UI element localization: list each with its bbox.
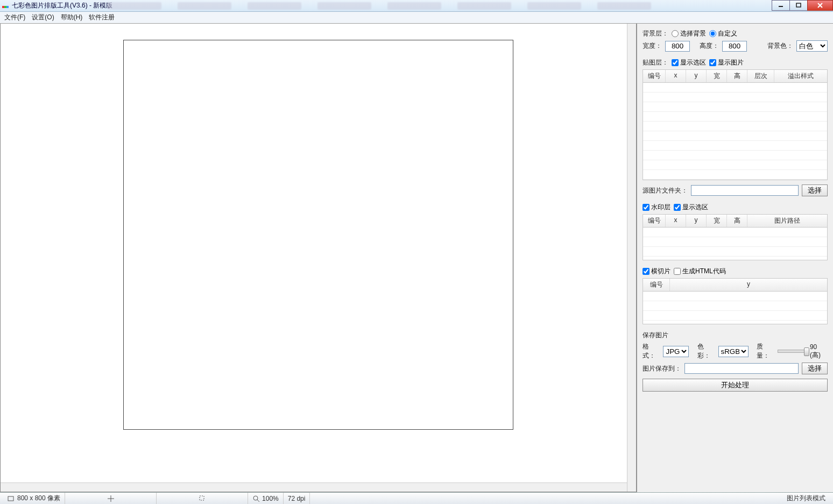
- format-label: 格式：: [643, 342, 660, 360]
- status-dpi: 72 dpi: [288, 495, 306, 502]
- watermark-table[interactable]: 编号 x y 宽 高 图片路径: [643, 214, 828, 260]
- start-process-button[interactable]: 开始处理: [643, 379, 828, 392]
- menu-bar: 文件(F) 设置(O) 帮助(H) 软件注册: [0, 12, 833, 24]
- width-input[interactable]: [665, 41, 690, 52]
- paste-layer-section: 贴图层： 显示选区 显示图片 编号 x y 宽 高 层次 溢出样式: [643, 58, 828, 196]
- svg-point-8: [253, 496, 258, 500]
- quality-label: 质量：: [757, 342, 774, 360]
- quality-value: 90 (高): [810, 343, 828, 360]
- color-label: 色彩：: [697, 342, 715, 360]
- quality-slider[interactable]: [778, 350, 807, 353]
- hcut-section: 横切片 生成HTML代码 编号 y: [643, 267, 828, 324]
- radio-custom[interactable]: 自定义: [709, 29, 737, 38]
- bg-layer-label: 背景层：: [643, 29, 668, 38]
- show-image-checkbox[interactable]: 显示图片: [709, 58, 744, 67]
- svg-rect-4: [8, 496, 13, 501]
- status-bar: 800 x 800 像素 100% 72 dpi 图片列表模式: [0, 492, 833, 504]
- save-image-title: 保存图片: [643, 331, 668, 340]
- menu-help[interactable]: 帮助(H): [61, 13, 83, 22]
- canvas-area: [0, 24, 637, 492]
- gen-html-checkbox[interactable]: 生成HTML代码: [674, 267, 726, 276]
- paste-layer-label: 贴图层：: [643, 58, 668, 67]
- zoom-icon: [252, 495, 260, 502]
- vertical-scrollbar[interactable]: [627, 24, 636, 492]
- app-icon: [2, 2, 10, 10]
- title-bar: 七彩色图片排版工具(V3.6) - 新模版: [0, 0, 833, 12]
- background-layer-section: 背景层： 选择背景 自定义 宽度： 高度： 背景色： 白色: [643, 29, 828, 52]
- watermark-layer-section: 水印层 显示选区 编号 x y 宽 高 图片路径: [643, 203, 828, 260]
- height-label: 高度：: [700, 41, 719, 51]
- svg-rect-7: [200, 496, 204, 500]
- save-to-label: 图片保存到：: [643, 364, 681, 373]
- maximize-button[interactable]: [789, 0, 808, 11]
- hcut-checkbox[interactable]: 横切片: [643, 267, 670, 276]
- height-input[interactable]: [722, 41, 747, 52]
- save-to-input[interactable]: [684, 363, 799, 374]
- width-label: 宽度：: [643, 41, 662, 51]
- watermark-layer-checkbox[interactable]: 水印层: [643, 203, 670, 212]
- status-mode[interactable]: 图片列表模式: [782, 493, 830, 504]
- menu-register[interactable]: 软件注册: [89, 13, 115, 22]
- format-select[interactable]: JPG: [663, 346, 689, 357]
- hcut-table[interactable]: 编号 y: [643, 278, 828, 324]
- svg-rect-1: [796, 3, 801, 7]
- color-select[interactable]: sRGB: [718, 346, 749, 357]
- bgcolor-select[interactable]: 白色: [796, 40, 828, 52]
- horizontal-scrollbar[interactable]: [1, 482, 627, 492]
- paste-layer-table[interactable]: 编号 x y 宽 高 层次 溢出样式: [643, 69, 828, 180]
- canvas[interactable]: [123, 40, 513, 430]
- src-folder-label: 源图片文件夹：: [643, 186, 688, 195]
- svg-line-9: [257, 500, 259, 502]
- save-to-select-button[interactable]: 选择: [802, 363, 828, 374]
- crop-icon: [199, 495, 206, 502]
- menu-settings[interactable]: 设置(O): [32, 13, 54, 22]
- radio-select-bg[interactable]: 选择背景: [672, 29, 706, 38]
- bgcolor-label: 背景色：: [767, 41, 793, 51]
- show-selection-checkbox[interactable]: 显示选区: [672, 58, 706, 67]
- src-folder-select-button[interactable]: 选择: [802, 184, 828, 196]
- size-icon: [8, 495, 15, 502]
- menu-file[interactable]: 文件(F): [4, 13, 25, 22]
- status-zoom: 100%: [262, 495, 279, 502]
- side-panel: 背景层： 选择背景 自定义 宽度： 高度： 背景色： 白色 贴图层： 显示选区 …: [637, 24, 833, 492]
- save-image-section: 保存图片 格式： JPG 色彩： sRGB 质量： 90 (高) 图片保存到： …: [643, 331, 828, 392]
- window-title: 七彩色图片排版工具(V3.6) - 新模版: [12, 1, 112, 10]
- status-size: 800 x 800 像素: [17, 494, 60, 503]
- minimize-button[interactable]: [772, 0, 790, 11]
- show-selection2-checkbox[interactable]: 显示选区: [674, 203, 708, 212]
- src-folder-input[interactable]: [691, 185, 799, 196]
- move-icon: [107, 495, 115, 502]
- close-button[interactable]: [807, 0, 833, 11]
